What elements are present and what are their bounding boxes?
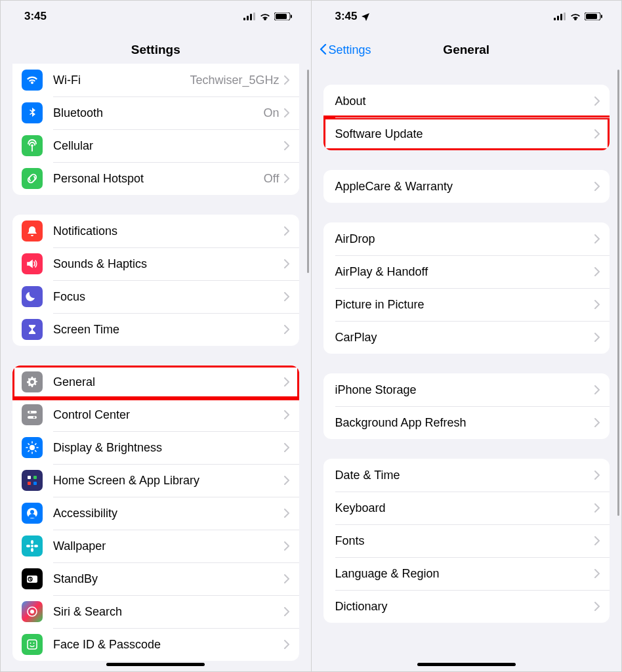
row-label: Cellular — [53, 139, 283, 153]
row-language[interactable]: Language & Region — [323, 557, 610, 590]
chevron-right-icon — [283, 443, 290, 452]
screentime-icon — [22, 319, 43, 340]
settings-screen: 3:45 Settings Wi-Fi Techwiser_5GHz Bluet… — [1, 1, 311, 671]
row-wifi[interactable]: Wi-Fi Techwiser_5GHz — [12, 64, 299, 96]
back-label: Settings — [329, 43, 371, 57]
general-group: Date & Time Keyboard Fonts Language & Re… — [323, 459, 610, 623]
row-accessibility[interactable]: Accessibility — [12, 497, 299, 530]
chevron-right-icon — [594, 300, 600, 309]
chevron-right-icon — [594, 602, 600, 611]
chevron-right-icon — [594, 96, 600, 106]
row-label: Language & Region — [335, 567, 594, 581]
row-notifications[interactable]: Notifications — [12, 215, 299, 247]
row-general[interactable]: General — [12, 366, 299, 398]
row-keyboard[interactable]: Keyboard — [323, 492, 610, 524]
controlcenter-icon — [22, 404, 43, 425]
row-label: Accessibility — [53, 507, 283, 520]
row-airplay[interactable]: AirPlay & Handoff — [323, 255, 610, 288]
row-label: Fonts — [335, 534, 594, 548]
home-indicator[interactable] — [106, 663, 205, 666]
row-label: About — [335, 94, 594, 108]
row-value: Off — [264, 172, 280, 186]
row-about[interactable]: About — [323, 85, 610, 117]
chevron-right-icon — [283, 377, 290, 387]
chevron-right-icon — [594, 503, 600, 513]
row-dictionary[interactable]: Dictionary — [323, 590, 610, 623]
chevron-right-icon — [283, 541, 290, 551]
chevron-right-icon — [283, 640, 290, 649]
row-label: Wallpaper — [53, 539, 283, 553]
row-standby[interactable]: StandBy — [12, 562, 299, 595]
chevron-right-icon — [283, 325, 290, 334]
general-group: AppleCare & Warranty — [323, 170, 610, 203]
row-controlcenter[interactable]: Control Center — [12, 398, 299, 431]
general-list[interactable]: About Software Update AppleCare & Warran… — [312, 1, 622, 671]
row-label: Bluetooth — [53, 106, 263, 120]
general-group: iPhone Storage Background App Refresh — [323, 373, 610, 439]
row-carplay[interactable]: CarPlay — [323, 321, 610, 354]
row-label: Face ID & Passcode — [53, 638, 283, 652]
row-software-update[interactable]: Software Update — [323, 117, 610, 150]
row-label: Dictionary — [335, 600, 594, 614]
chevron-right-icon — [283, 259, 290, 268]
row-label: AirPlay & Handoff — [335, 265, 594, 279]
row-display[interactable]: Display & Brightness — [12, 431, 299, 464]
faceid-icon — [22, 634, 43, 655]
row-label: Wi-Fi — [53, 74, 190, 87]
row-homescreen[interactable]: Home Screen & App Library — [12, 464, 299, 497]
row-cellular[interactable]: Cellular — [12, 129, 299, 162]
row-fonts[interactable]: Fonts — [323, 524, 610, 557]
notifications-icon — [22, 220, 43, 242]
settings-group: General Control Center Display & Brightn… — [12, 366, 299, 661]
standby-icon — [22, 568, 43, 589]
chevron-right-icon — [283, 574, 290, 583]
row-focus[interactable]: Focus — [12, 280, 299, 313]
chevron-right-icon — [594, 267, 600, 276]
row-label: Picture in Picture — [335, 298, 594, 312]
row-faceid[interactable]: Face ID & Passcode — [12, 628, 299, 661]
row-sounds[interactable]: Sounds & Haptics — [12, 247, 299, 280]
chevron-right-icon — [594, 129, 600, 138]
row-storage[interactable]: iPhone Storage — [323, 373, 610, 406]
chevron-right-icon — [594, 536, 600, 545]
row-label: AirDrop — [335, 232, 594, 246]
row-pip[interactable]: Picture in Picture — [323, 288, 610, 321]
row-label: Control Center — [53, 408, 283, 422]
general-screen: 3:45 Settings General About Software Upd… — [311, 1, 622, 671]
wallpaper-icon — [22, 536, 43, 556]
row-screentime[interactable]: Screen Time — [12, 313, 299, 346]
focus-icon — [22, 286, 43, 307]
row-label: iPhone Storage — [335, 383, 594, 397]
row-bgrefresh[interactable]: Background App Refresh — [323, 406, 610, 439]
wifi-icon — [22, 70, 43, 91]
row-value: Techwiser_5GHz — [190, 74, 279, 87]
back-button[interactable]: Settings — [320, 43, 371, 57]
row-siri[interactable]: Siri & Search — [12, 595, 299, 628]
row-label: Home Screen & App Library — [53, 474, 283, 488]
settings-list[interactable]: Wi-Fi Techwiser_5GHz Bluetooth On Cellul… — [1, 1, 311, 671]
general-group: AirDrop AirPlay & Handoff Picture in Pic… — [323, 222, 610, 354]
chevron-right-icon — [594, 471, 600, 480]
row-label: Display & Brightness — [53, 441, 283, 455]
general-group: About Software Update — [323, 85, 610, 150]
row-airdrop[interactable]: AirDrop — [323, 222, 610, 255]
cellular-icon — [22, 135, 43, 156]
row-value: On — [263, 106, 279, 120]
hotspot-icon — [22, 168, 43, 189]
row-label: Software Update — [335, 127, 594, 141]
row-hotspot[interactable]: Personal Hotspot Off — [12, 162, 299, 195]
chevron-right-icon — [594, 569, 600, 578]
row-label: CarPlay — [335, 331, 594, 345]
chevron-right-icon — [594, 418, 600, 427]
row-datetime[interactable]: Date & Time — [323, 459, 610, 492]
chevron-right-icon — [283, 292, 290, 301]
chevron-right-icon — [283, 75, 290, 85]
chevron-right-icon — [594, 333, 600, 342]
chevron-right-icon — [594, 234, 600, 243]
chevron-right-icon — [594, 385, 600, 394]
row-applecare[interactable]: AppleCare & Warranty — [323, 170, 610, 203]
sounds-icon — [22, 253, 43, 274]
home-indicator[interactable] — [417, 663, 516, 666]
row-wallpaper[interactable]: Wallpaper — [12, 530, 299, 562]
row-bluetooth[interactable]: Bluetooth On — [12, 96, 299, 129]
